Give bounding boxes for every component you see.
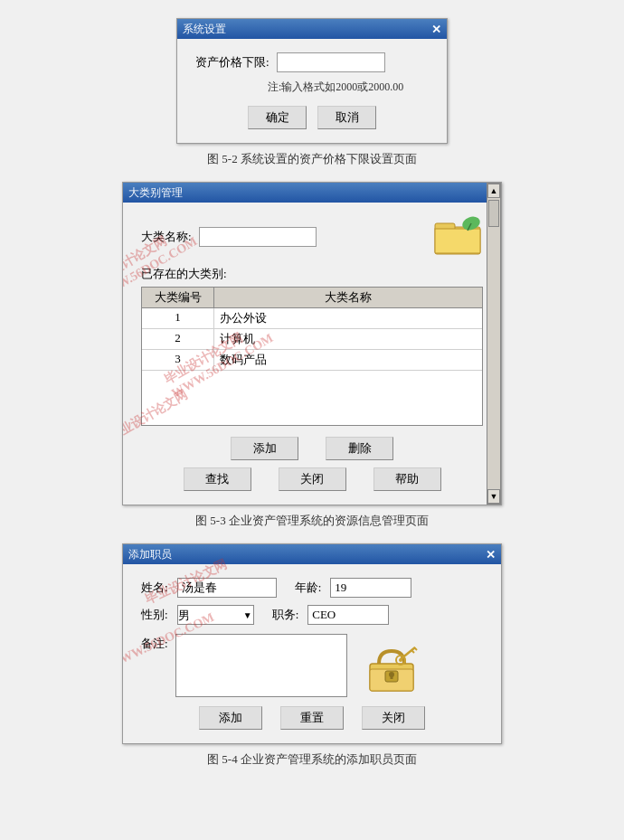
col-name-header: 大类名称 <box>214 288 482 307</box>
svg-point-12 <box>399 658 402 662</box>
cat-delete-btn[interactable]: 删除 <box>326 437 393 460</box>
cell-id: 3 <box>142 350 214 370</box>
emp-position-label: 职务: <box>272 607 299 623</box>
emp-add-btn[interactable]: 添加 <box>199 706 262 730</box>
emp-notes-content <box>175 634 483 697</box>
col-id-header: 大类编号 <box>142 288 214 307</box>
emp-name-input[interactable] <box>177 578 277 598</box>
cat-btn-row-1: 添加 删除 <box>141 437 483 460</box>
scroll-up-btn[interactable]: ▲ <box>487 184 500 198</box>
cat-add-btn[interactable]: 添加 <box>231 437 298 460</box>
emp-gender-select[interactable]: 男 女 <box>177 605 254 625</box>
caption1: 图 5-2 系统设置的资产价格下限设置页面 <box>207 151 417 167</box>
emp-position-input[interactable] <box>307 605 389 625</box>
cat-table-container: 大类编号 大类名称 1 办公外设 2 计算机 3 数码产品 <box>141 287 483 426</box>
emp-title-bar: 添加职员 ✕ <box>123 544 501 564</box>
sys-close-btn[interactable]: ✕ <box>431 24 441 35</box>
scroll-thumb[interactable] <box>488 200 499 227</box>
caption2: 图 5-3 企业资产管理系统的资源信息管理页面 <box>195 513 429 529</box>
emp-close-btn[interactable]: 关闭 <box>362 706 425 730</box>
emp-row2: 性别: 男 女 ▼ 职务: <box>141 605 483 625</box>
emp-notes-input[interactable] <box>175 634 347 697</box>
price-floor-row: 资产价格下限: <box>195 52 429 72</box>
emp-gender-wrapper[interactable]: 男 女 ▼ <box>177 605 254 625</box>
cell-name: 办公外设 <box>214 308 482 328</box>
cell-id: 1 <box>142 308 214 328</box>
emp-age-input[interactable] <box>330 578 411 598</box>
cat-name-label: 大类名称: <box>141 229 192 245</box>
cat-close-btn[interactable]: 关闭 <box>279 467 346 491</box>
cell-id: 2 <box>142 329 214 349</box>
table-row[interactable]: 2 计算机 <box>142 329 482 350</box>
cat-find-btn[interactable]: 查找 <box>184 467 251 491</box>
table-scrollbar[interactable]: ▲ ▼ <box>487 183 501 505</box>
cell-name: 计算机 <box>214 329 482 349</box>
sys-btn-row: 确定 取消 <box>195 106 429 129</box>
price-floor-label: 资产价格下限: <box>195 54 269 71</box>
cat-dialog: 毕业设计论文网WWW.56DOC.COM 毕业设计论文网WWW.56DOC.CO… <box>122 182 502 505</box>
cat-title-bar: 大类别管理 ✕ <box>123 183 501 203</box>
emp-title-text: 添加职员 <box>128 547 172 562</box>
cat-name-input[interactable] <box>199 227 317 247</box>
emp-name-label: 姓名: <box>141 580 168 596</box>
svg-line-13 <box>411 650 414 653</box>
cell-name: 数码产品 <box>214 350 482 370</box>
emp-btn-row: 添加 重置 关闭 <box>141 706 483 730</box>
lock-icon <box>361 634 424 697</box>
price-floor-input[interactable] <box>277 52 385 72</box>
table-row[interactable]: 1 办公外设 <box>142 308 482 329</box>
scroll-down-btn[interactable]: ▼ <box>487 489 500 504</box>
cat-name-row: 大类名称: <box>141 216 483 257</box>
emp-notes-row: 备注: <box>141 634 483 697</box>
emp-dialog: 毕业设计论文网 WWW.56DOC.COM 添加职员 ✕ 姓名: 年龄: 性别:… <box>122 543 502 744</box>
sys-title-bar: 系统设置 ✕ <box>177 19 447 39</box>
emp-row1: 姓名: 年龄: <box>141 578 483 598</box>
svg-rect-9 <box>391 675 393 679</box>
cat-help-btn[interactable]: 帮助 <box>373 467 441 491</box>
svg-rect-2 <box>435 229 480 253</box>
cat-title-text: 大类别管理 <box>128 185 183 201</box>
svg-line-14 <box>414 647 417 650</box>
existing-label: 已存在的大类别: <box>141 266 483 282</box>
price-hint: 注:输入格式如2000或2000.00 <box>268 80 429 95</box>
caption3: 图 5-4 企业资产管理系统的添加职员页面 <box>207 751 417 768</box>
emp-reset-btn[interactable]: 重置 <box>280 706 344 730</box>
sys-confirm-btn[interactable]: 确定 <box>248 106 307 129</box>
folder-icon <box>433 216 483 257</box>
sys-cancel-btn[interactable]: 取消 <box>317 106 376 129</box>
cat-btn-row-2: 查找 关闭 帮助 <box>141 467 483 491</box>
emp-gender-label: 性别: <box>141 607 168 623</box>
emp-age-label: 年龄: <box>295 580 322 596</box>
table-row[interactable]: 3 数码产品 <box>142 350 482 371</box>
sys-settings-dialog: 系统设置 ✕ 资产价格下限: 注:输入格式如2000或2000.00 确定 取消 <box>176 18 448 144</box>
cat-table-header: 大类编号 大类名称 <box>142 288 482 308</box>
emp-close-x-btn[interactable]: ✕ <box>486 549 496 561</box>
emp-notes-label: 备注: <box>141 636 168 652</box>
sys-title-text: 系统设置 <box>183 22 226 37</box>
